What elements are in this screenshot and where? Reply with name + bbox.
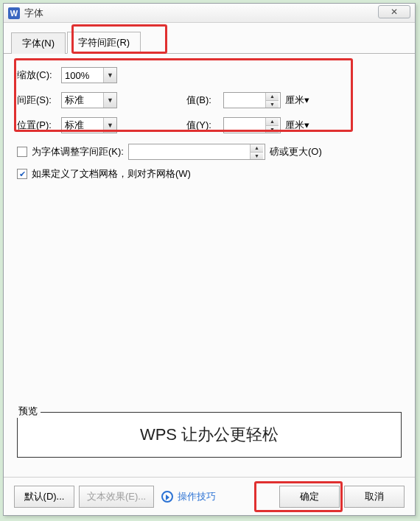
kerning-label: 为字体调整字间距(K): [32,145,124,158]
ok-button[interactable]: 确定 [279,486,340,508]
position-value-field[interactable] [224,119,265,132]
scale-value: 100% [65,70,89,81]
caret-down-icon: ▼ [103,118,116,133]
spacing-value: 标准 [65,94,84,107]
caret-down-icon: ▼ [103,68,116,83]
play-circle-icon [161,491,173,503]
spacing-label: 间距(S): [17,94,61,107]
preview-box: WPS 让办公更轻松 [17,412,402,458]
preview-section: 预览 WPS 让办公更轻松 [17,405,402,458]
kerning-field[interactable] [129,145,250,158]
kerning-unit: 磅或更大(O) [270,145,322,158]
app-icon: W [8,7,20,19]
cancel-button[interactable]: 取消 [344,486,405,508]
spacing-value-field[interactable] [224,94,265,107]
kerning-checkbox[interactable] [17,147,27,157]
position-value: 标准 [65,119,84,132]
spacing-value-label: 值(B): [186,94,223,107]
font-dialog: W 字体 ✕ 字体(N) 字符间距(R) 缩放(C): 100% ▼ 间距(S)… [3,3,416,516]
spacing-combo[interactable]: 标准 ▼ [61,92,117,108]
row-spacing: 间距(S): 标准 ▼ 值(B): ▲ ▼ 厘米▾ [17,88,402,113]
spacing-unit[interactable]: 厘米▾ [285,94,309,107]
spin-up-icon[interactable]: ▲ [251,144,263,153]
window-title: 字体 [24,7,43,20]
spinner-buttons[interactable]: ▲ ▼ [265,118,279,133]
tab-strip: 字体(N) 字符间距(R) [4,23,415,54]
spinner-buttons[interactable]: ▲ ▼ [265,93,279,108]
kerning-input[interactable]: ▲ ▼ [128,144,265,160]
row-scale: 缩放(C): 100% ▼ [17,63,402,88]
spin-up-icon[interactable]: ▲ [266,93,279,101]
footer: 默认(D)... 文本效果(E)... 操作技巧 确定 取消 [4,477,415,515]
position-unit[interactable]: 厘米▾ [285,119,309,132]
close-button[interactable]: ✕ [378,5,410,18]
help-link[interactable]: 操作技巧 [161,490,216,503]
row-kerning: 为字体调整字间距(K): ▲ ▼ 磅或更大(O) [17,141,402,163]
titlebar: W 字体 ✕ [4,4,415,23]
spin-down-icon[interactable]: ▼ [266,101,279,108]
snapgrid-checkbox[interactable] [17,169,27,179]
scale-combo[interactable]: 100% ▼ [61,67,117,83]
text-effect-button[interactable]: 文本效果(E)... [79,486,154,508]
spin-down-icon[interactable]: ▼ [251,153,263,160]
spin-down-icon[interactable]: ▼ [266,126,279,133]
position-combo[interactable]: 标准 ▼ [61,117,117,133]
snapgrid-label: 如果定义了文档网格，则对齐网格(W) [32,167,191,181]
caret-down-icon: ▼ [103,93,116,108]
position-value-label: 值(Y): [186,119,223,132]
tab-font[interactable]: 字体(N) [11,32,66,54]
spinner-buttons[interactable]: ▲ ▼ [250,144,263,159]
row-snapgrid: 如果定义了文档网格，则对齐网格(W) [17,163,402,185]
scale-label: 缩放(C): [17,69,61,82]
preview-text: WPS 让办公更轻松 [140,424,279,446]
help-label: 操作技巧 [178,490,216,503]
row-position: 位置(P): 标准 ▼ 值(Y): ▲ ▼ 厘米▾ [17,113,402,138]
content-area: 缩放(C): 100% ▼ 间距(S): 标准 ▼ 值(B): ▲ ▼ 厘米▾ [4,54,415,185]
position-label: 位置(P): [17,119,61,132]
spin-up-icon[interactable]: ▲ [266,118,279,126]
default-button[interactable]: 默认(D)... [14,486,74,508]
spacing-value-input[interactable]: ▲ ▼ [223,92,281,108]
tab-char-spacing[interactable]: 字符间距(R) [67,32,141,54]
preview-label: 预览 [15,405,41,418]
position-value-input[interactable]: ▲ ▼ [223,117,281,133]
